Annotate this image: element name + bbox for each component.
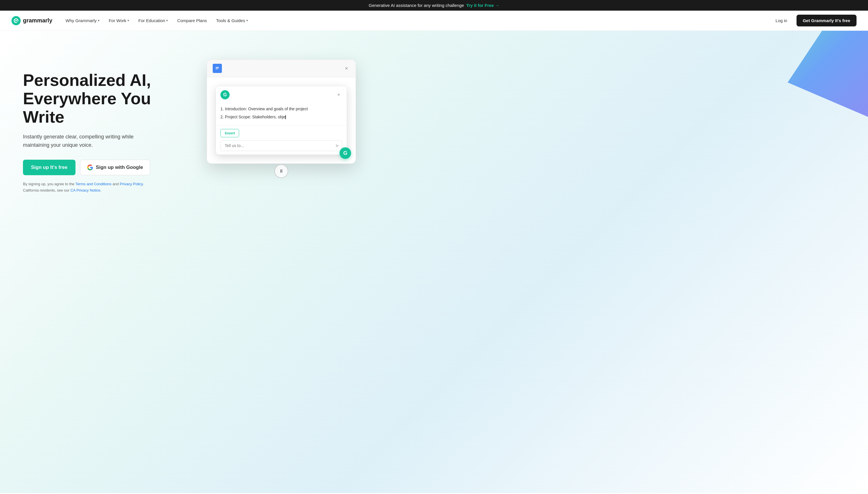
svg-rect-4 bbox=[216, 68, 219, 68]
popup-insert-area: Insert ➤ bbox=[216, 126, 347, 154]
doc-window: × G × 1. Introduction: Overview and goal… bbox=[207, 59, 356, 164]
doc-header: × bbox=[207, 60, 356, 77]
svg-rect-5 bbox=[216, 69, 218, 70]
google-docs-icon bbox=[213, 64, 222, 73]
top-banner: Generative AI assistance for any writing… bbox=[0, 0, 868, 11]
send-button[interactable]: ➤ bbox=[335, 142, 339, 149]
chevron-down-icon: ▾ bbox=[127, 19, 129, 22]
hero-section: Personalized AI, Everywhere You Write In… bbox=[0, 31, 868, 493]
navbar: grammarly Why Grammarly ▾ For Work ▾ For… bbox=[0, 11, 868, 31]
google-icon bbox=[87, 165, 93, 170]
banner-cta[interactable]: Try it for Free → bbox=[466, 3, 499, 8]
popup-close-button[interactable]: × bbox=[335, 91, 342, 98]
text-line-2: 2. Project Scope: Stakeholders, obje bbox=[220, 114, 342, 121]
login-button[interactable]: Log in bbox=[770, 15, 793, 26]
tell-us-wrapper: ➤ bbox=[220, 140, 342, 151]
text-line-1: 1. Introduction: Overview and goals of t… bbox=[220, 106, 342, 113]
chevron-down-icon: ▾ bbox=[98, 19, 100, 22]
privacy-link[interactable]: Privacy Policy bbox=[120, 182, 143, 186]
popup-text-area: 1. Introduction: Overview and goals of t… bbox=[216, 103, 347, 126]
terms-link[interactable]: Terms and Conditions bbox=[76, 182, 112, 186]
nav-links: Why Grammarly ▾ For Work ▾ For Education… bbox=[61, 16, 770, 25]
google-signup-label: Sign up with Google bbox=[96, 165, 143, 170]
nav-label-for-education: For Education bbox=[138, 18, 165, 23]
nav-label-compare-plans: Compare Plans bbox=[177, 18, 207, 23]
nav-item-tools-guides[interactable]: Tools & Guides ▾ bbox=[212, 16, 252, 25]
tell-us-input[interactable] bbox=[220, 140, 342, 151]
get-grammarly-button[interactable]: Get Grammarly It's free bbox=[796, 15, 856, 26]
hero-demo: × G × 1. Introduction: Overview and goal… bbox=[207, 54, 356, 164]
hero-content: Personalized AI, Everywhere You Write In… bbox=[23, 54, 195, 194]
hero-subtitle: Instantly generate clear, compelling wri… bbox=[23, 133, 161, 149]
hero-terms: By signing up, you agree to the Terms an… bbox=[23, 181, 195, 194]
pause-button[interactable]: ⏸ bbox=[274, 164, 288, 178]
svg-rect-3 bbox=[216, 67, 219, 68]
svg-point-1 bbox=[16, 20, 17, 21]
pause-icon: ⏸ bbox=[279, 169, 283, 174]
logo[interactable]: grammarly bbox=[12, 16, 52, 25]
chevron-down-icon: ▾ bbox=[246, 19, 248, 22]
hero-buttons: Sign up It's free Sign up with Google bbox=[23, 160, 195, 175]
nav-label-tools-guides: Tools & Guides bbox=[216, 18, 245, 23]
signup-google-button[interactable]: Sign up with Google bbox=[80, 160, 150, 175]
hero-bg-decoration bbox=[753, 31, 868, 117]
grammarly-fab[interactable]: G bbox=[339, 147, 351, 159]
ca-privacy-link[interactable]: CA Privacy Notice bbox=[70, 188, 100, 192]
nav-label-why-grammarly: Why Grammarly bbox=[65, 18, 96, 23]
chevron-down-icon: ▾ bbox=[166, 19, 168, 22]
insert-button[interactable]: Insert bbox=[220, 129, 239, 137]
doc-close-button[interactable]: × bbox=[343, 65, 350, 72]
banner-text: Generative AI assistance for any writing… bbox=[369, 3, 464, 8]
logo-text: grammarly bbox=[23, 17, 52, 24]
nav-item-for-work[interactable]: For Work ▾ bbox=[105, 16, 133, 25]
text-cursor bbox=[285, 115, 286, 119]
hero-title: Personalized AI, Everywhere You Write bbox=[23, 71, 195, 126]
logo-icon bbox=[12, 16, 21, 25]
nav-item-compare-plans[interactable]: Compare Plans bbox=[173, 16, 211, 25]
nav-item-why-grammarly[interactable]: Why Grammarly ▾ bbox=[61, 16, 103, 25]
nav-actions: Log in Get Grammarly It's free bbox=[770, 15, 856, 26]
nav-label-for-work: For Work bbox=[109, 18, 126, 23]
nav-item-for-education[interactable]: For Education ▾ bbox=[134, 16, 172, 25]
grammarly-popup: G × 1. Introduction: Overview and goals … bbox=[216, 86, 347, 155]
popup-header: G × bbox=[216, 86, 347, 103]
signup-button[interactable]: Sign up It's free bbox=[23, 160, 76, 175]
doc-body: G × 1. Introduction: Overview and goals … bbox=[207, 77, 356, 164]
grammarly-logo-circle: G bbox=[220, 90, 230, 99]
